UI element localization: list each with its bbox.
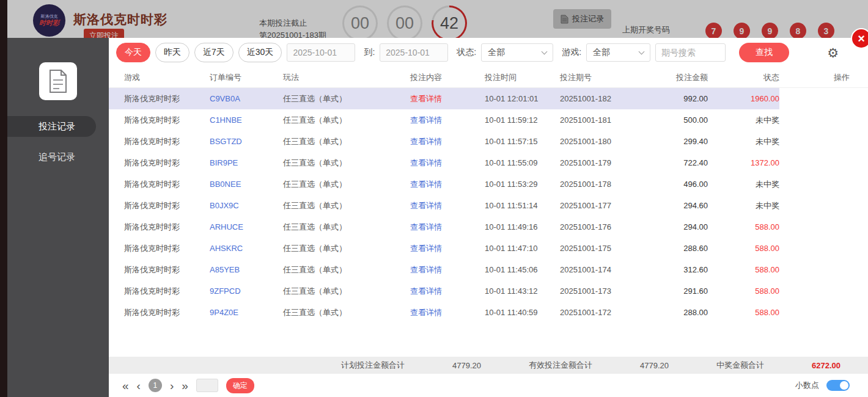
cell-game: 斯洛伐克时时彩 [124, 222, 210, 233]
cell-amount: 294.60 [647, 201, 708, 210]
cell-status: 588.00 [708, 265, 779, 274]
cell-amount: 294.00 [647, 222, 708, 231]
table-row[interactable]: 斯洛伐克时时彩 C9VB0A 任三直选（单式） 查看详情 10-01 12:01… [109, 88, 868, 109]
status-select[interactable]: 全部 [481, 43, 553, 62]
date-to-input[interactable] [380, 43, 448, 62]
first-page-button[interactable]: « [122, 380, 129, 392]
close-button[interactable]: × [851, 28, 868, 49]
valid-total-label: 有效投注金额合计 [529, 360, 592, 371]
table-row[interactable]: 斯洛伐克时时彩 AHSKRC 任三直选（单式） 查看详情 10-01 11:47… [109, 238, 868, 259]
table-row[interactable]: 斯洛伐克时时彩 BB0NEE 任三直选（单式） 查看详情 10-01 11:53… [109, 173, 868, 195]
win-total-value: 6272.00 [812, 361, 840, 370]
cell-order-link[interactable]: C9VB0A [210, 94, 283, 103]
cell-order-link[interactable]: BB0NEE [210, 180, 283, 189]
header-amount: 投注金额 [647, 72, 708, 83]
page-jump-input[interactable] [196, 379, 218, 392]
cell-order-link[interactable]: BSGTZD [210, 137, 283, 146]
cell-operation [779, 259, 868, 280]
filter-today-button[interactable]: 今天 [116, 43, 150, 62]
cell-amount: 500.00 [647, 115, 708, 125]
cell-order-link[interactable]: A85YEB [210, 265, 283, 274]
cell-view-detail-link[interactable]: 查看详情 [410, 93, 485, 104]
cell-operation [779, 152, 868, 173]
summary-bar: 计划投注金额合计 4779.20 有效投注金额合计 4779.20 中奖金额合计… [109, 357, 868, 374]
date-from-input[interactable] [287, 43, 355, 62]
cell-amount: 312.60 [647, 265, 708, 274]
table-row[interactable]: 斯洛伐克时时彩 BSGTZD 任三直选（单式） 查看详情 10-01 11:57… [109, 131, 868, 152]
cell-order-link[interactable]: BIR9PE [210, 158, 283, 167]
cell-order-link[interactable]: AHSKRC [210, 244, 283, 253]
filter-7days-button[interactable]: 近7天 [194, 43, 234, 62]
decimal-toggle-group: 小数点 [795, 380, 850, 391]
cell-status: 1960.00 [708, 94, 779, 103]
cell-operation [779, 109, 868, 131]
records-icon [39, 62, 77, 100]
cell-view-detail-link[interactable]: 查看详情 [410, 222, 485, 233]
status-label: 状态: [457, 47, 476, 58]
cell-operation [779, 131, 868, 152]
cell-play: 任三直选（单式） [283, 179, 410, 190]
cell-game: 斯洛伐克时时彩 [124, 264, 210, 275]
sidebar-item-chase-records[interactable]: 追号记录 [7, 147, 109, 167]
to-label: 到: [364, 47, 375, 58]
search-button[interactable]: 查找 [739, 43, 789, 62]
cell-period: 20251001-173 [560, 286, 647, 296]
cell-view-detail-link[interactable]: 查看详情 [410, 158, 485, 169]
cell-period: 20251001-178 [560, 180, 647, 189]
plan-total-label: 计划投注金额合计 [341, 360, 405, 371]
cell-view-detail-link[interactable]: 查看详情 [410, 179, 485, 190]
cell-view-detail-link[interactable]: 查看详情 [410, 264, 485, 275]
last-page-button[interactable]: » [182, 380, 188, 392]
cell-play: 任三直选（单式） [283, 158, 410, 169]
cell-period: 20251001-176 [560, 222, 647, 231]
period-search-input[interactable] [655, 43, 726, 62]
decimal-toggle[interactable] [826, 380, 850, 391]
cell-order-link[interactable]: C1HNBE [210, 115, 283, 125]
cell-status: 未中奖 [708, 179, 779, 190]
page-number-1[interactable]: 1 [149, 379, 162, 392]
cell-time: 10-01 12:01:01 [485, 94, 560, 103]
cell-order-link[interactable]: ARHUCE [210, 222, 283, 231]
confirm-page-button[interactable]: 确定 [226, 378, 254, 393]
status-select-value: 全部 [488, 47, 505, 58]
next-page-button[interactable]: › [170, 380, 174, 392]
cell-operation [779, 173, 868, 195]
settings-gear-icon[interactable]: ⚙ [827, 46, 839, 59]
game-select[interactable]: 全部 [586, 43, 650, 62]
cell-time: 10-01 11:43:12 [485, 286, 560, 296]
cell-time: 10-01 11:49:16 [485, 222, 560, 231]
cell-view-detail-link[interactable]: 查看详情 [410, 136, 485, 147]
filter-30days-button[interactable]: 近30天 [238, 43, 282, 62]
table-row[interactable]: 斯洛伐克时时彩 ARHUCE 任三直选（单式） 查看详情 10-01 11:49… [109, 216, 868, 238]
cell-time: 10-01 11:47:10 [485, 244, 560, 253]
valid-total-value: 4779.20 [640, 361, 669, 370]
sidebar-item-bet-records[interactable]: 投注记录 [7, 116, 96, 137]
prev-page-button[interactable]: ‹ [137, 380, 141, 392]
cell-time: 10-01 11:53:29 [485, 180, 560, 189]
cell-status: 1372.00 [708, 158, 779, 167]
cell-time: 10-01 11:51:14 [485, 201, 560, 210]
cell-view-detail-link[interactable]: 查看详情 [410, 200, 485, 211]
chevron-down-icon [542, 49, 548, 55]
cell-order-link[interactable]: 9P4Z0E [210, 308, 283, 317]
cell-period: 20251001-174 [560, 265, 647, 274]
cell-order-link[interactable]: B0JX9C [210, 201, 283, 210]
cell-game: 斯洛伐克时时彩 [124, 158, 210, 169]
cell-view-detail-link[interactable]: 查看详情 [410, 115, 485, 126]
table-row[interactable]: 斯洛伐克时时彩 9P4Z0E 任三直选（单式） 查看详情 10-01 11:40… [109, 302, 868, 323]
table-row[interactable]: 斯洛伐克时时彩 B0JX9C 任三直选（单式） 查看详情 10-01 11:51… [109, 195, 868, 216]
cell-play: 任三直选（单式） [283, 264, 410, 275]
table-row[interactable]: 斯洛伐克时时彩 9ZFPCD 任三直选（单式） 查看详情 10-01 11:43… [109, 280, 868, 302]
cell-period: 20251001-182 [560, 94, 647, 103]
cell-view-detail-link[interactable]: 查看详情 [410, 243, 485, 254]
filter-yesterday-button[interactable]: 昨天 [155, 43, 189, 62]
cell-view-detail-link[interactable]: 查看详情 [410, 286, 485, 297]
cell-time: 10-01 11:59:12 [485, 115, 560, 125]
table-row[interactable]: 斯洛伐克时时彩 C1HNBE 任三直选（单式） 查看详情 10-01 11:59… [109, 109, 868, 131]
cell-order-link[interactable]: 9ZFPCD [210, 286, 283, 296]
cell-game: 斯洛伐克时时彩 [124, 286, 210, 297]
table-row[interactable]: 斯洛伐克时时彩 A85YEB 任三直选（单式） 查看详情 10-01 11:45… [109, 259, 868, 280]
cell-play: 任三直选（单式） [283, 307, 410, 318]
table-row[interactable]: 斯洛伐克时时彩 BIR9PE 任三直选（单式） 查看详情 10-01 11:55… [109, 152, 868, 173]
cell-view-detail-link[interactable]: 查看详情 [410, 307, 485, 318]
